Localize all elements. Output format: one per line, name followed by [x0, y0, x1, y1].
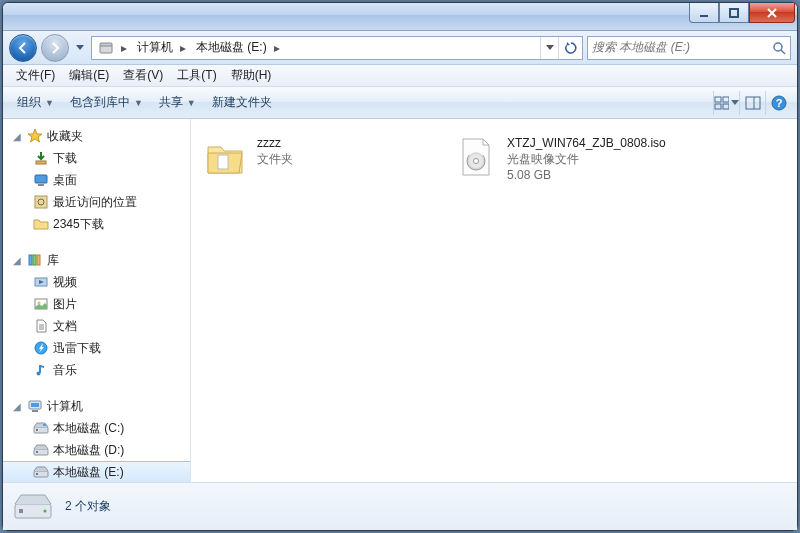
folder-icon [203, 135, 247, 179]
svg-rect-42 [218, 155, 228, 169]
view-options-button[interactable] [713, 91, 739, 115]
close-button[interactable] [749, 3, 795, 23]
folder-icon [33, 216, 49, 232]
drive-icon [13, 491, 53, 523]
svg-rect-47 [19, 509, 23, 513]
item-name: XTZJ_WIN764_ZJB_0808.iso [507, 135, 666, 151]
menu-tools[interactable]: 工具(T) [170, 65, 223, 86]
menu-view[interactable]: 查看(V) [116, 65, 170, 86]
sidebar-item-drive-e[interactable]: 本地磁盘 (E:) [3, 461, 190, 482]
svg-rect-23 [37, 255, 40, 265]
sidebar-item-desktop[interactable]: 桌面 [3, 169, 190, 191]
sidebar-item-music[interactable]: 音乐 [3, 359, 190, 381]
svg-rect-37 [43, 424, 46, 426]
picture-icon [33, 296, 49, 312]
svg-point-45 [474, 159, 479, 164]
item-type: 光盘映像文件 [507, 151, 666, 167]
status-text: 2 个对象 [65, 498, 111, 515]
search-box[interactable]: 搜索 本地磁盘 (E:) [587, 36, 791, 60]
collapse-icon: ◢ [11, 255, 23, 266]
titlebar[interactable] [3, 3, 797, 31]
details-pane: 2 个对象 [3, 482, 797, 530]
svg-rect-17 [35, 175, 47, 183]
caret-down-icon: ▼ [134, 98, 143, 108]
libraries-group[interactable]: ◢库 [3, 249, 190, 271]
organize-button[interactable]: 组织▼ [9, 90, 62, 115]
search-placeholder: 搜索 本地磁盘 (E:) [592, 39, 772, 56]
navigation-pane[interactable]: ◢收藏夹 下载 桌面 最近访问的位置 2345下载 ◢库 视频 图片 文档 迅雷… [3, 119, 191, 482]
search-icon [772, 41, 786, 55]
address-dropdown[interactable] [540, 37, 558, 59]
drive-icon [33, 420, 49, 436]
svg-rect-18 [38, 184, 44, 186]
nav-history-dropdown[interactable] [73, 34, 87, 62]
svg-rect-12 [746, 97, 760, 109]
share-button[interactable]: 共享▼ [151, 90, 204, 115]
menu-edit[interactable]: 编辑(E) [62, 65, 116, 86]
favorites-group[interactable]: ◢收藏夹 [3, 125, 190, 147]
address-bar[interactable]: ▸ 计算机 ▸ 本地磁盘 (E:) ▸ [91, 36, 583, 60]
chevron-right-icon[interactable]: ▸ [117, 37, 131, 59]
refresh-button[interactable] [558, 37, 582, 59]
minimize-button[interactable] [689, 3, 719, 23]
music-icon [33, 362, 49, 378]
maximize-button[interactable] [719, 3, 749, 23]
sidebar-item-recent[interactable]: 最近访问的位置 [3, 191, 190, 213]
address-root-icon[interactable] [92, 37, 117, 59]
list-item[interactable]: zzzz 文件夹 [195, 129, 445, 190]
list-item[interactable]: XTZJ_WIN764_ZJB_0808.iso 光盘映像文件 5.08 GB [445, 129, 695, 190]
sidebar-item-documents[interactable]: 文档 [3, 315, 190, 337]
caret-down-icon: ▼ [187, 98, 196, 108]
svg-rect-33 [31, 403, 39, 407]
item-name: zzzz [257, 135, 293, 151]
sidebar-item-pictures[interactable]: 图片 [3, 293, 190, 315]
svg-rect-19 [35, 196, 47, 208]
library-icon [27, 252, 43, 268]
svg-rect-21 [29, 255, 32, 265]
item-size: 5.08 GB [507, 167, 666, 183]
preview-pane-button[interactable] [739, 91, 765, 115]
command-bar: 组织▼ 包含到库中▼ 共享▼ 新建文件夹 ? [3, 87, 797, 119]
svg-rect-39 [36, 451, 38, 453]
sidebar-item-xunlei[interactable]: 迅雷下载 [3, 337, 190, 359]
chevron-right-icon[interactable]: ▸ [176, 37, 190, 59]
xunlei-icon [33, 340, 49, 356]
svg-rect-9 [723, 97, 729, 102]
drive-icon [33, 464, 49, 480]
forward-button[interactable] [41, 34, 69, 62]
item-list: zzzz 文件夹 XTZJ_WIN764_ZJB_0808.iso 光盘映像文件… [191, 119, 797, 200]
download-icon [33, 150, 49, 166]
sidebar-item-downloads[interactable]: 下载 [3, 147, 190, 169]
document-icon [33, 318, 49, 334]
svg-point-48 [44, 509, 47, 512]
svg-rect-1 [730, 9, 738, 17]
svg-rect-10 [715, 104, 721, 109]
chevron-right-icon[interactable]: ▸ [270, 37, 284, 59]
svg-point-31 [37, 372, 41, 376]
sidebar-item-drive-d[interactable]: 本地磁盘 (D:) [3, 439, 190, 461]
iso-file-icon [453, 135, 497, 179]
caret-down-icon: ▼ [45, 98, 54, 108]
menu-help[interactable]: 帮助(H) [224, 65, 279, 86]
video-icon [33, 274, 49, 290]
svg-rect-41 [36, 473, 38, 475]
help-button[interactable]: ? [765, 91, 791, 115]
svg-rect-5 [100, 43, 112, 46]
sidebar-item-2345[interactable]: 2345下载 [3, 213, 190, 235]
address-seg-computer[interactable]: 计算机 [131, 37, 176, 59]
menu-file[interactable]: 文件(F) [9, 65, 62, 86]
svg-text:?: ? [775, 97, 782, 109]
address-seg-drive[interactable]: 本地磁盘 (E:) [190, 37, 270, 59]
computer-group[interactable]: ◢计算机 [3, 395, 190, 417]
recent-icon [33, 194, 49, 210]
content-pane[interactable]: zzzz 文件夹 XTZJ_WIN764_ZJB_0808.iso 光盘映像文件… [191, 119, 797, 482]
desktop-icon [33, 172, 49, 188]
svg-point-6 [774, 43, 782, 51]
back-button[interactable] [9, 34, 37, 62]
sidebar-item-videos[interactable]: 视频 [3, 271, 190, 293]
sidebar-item-drive-c[interactable]: 本地磁盘 (C:) [3, 417, 190, 439]
new-folder-button[interactable]: 新建文件夹 [204, 90, 280, 115]
item-type: 文件夹 [257, 151, 293, 167]
window-buttons [689, 3, 797, 30]
include-in-library-button[interactable]: 包含到库中▼ [62, 90, 151, 115]
